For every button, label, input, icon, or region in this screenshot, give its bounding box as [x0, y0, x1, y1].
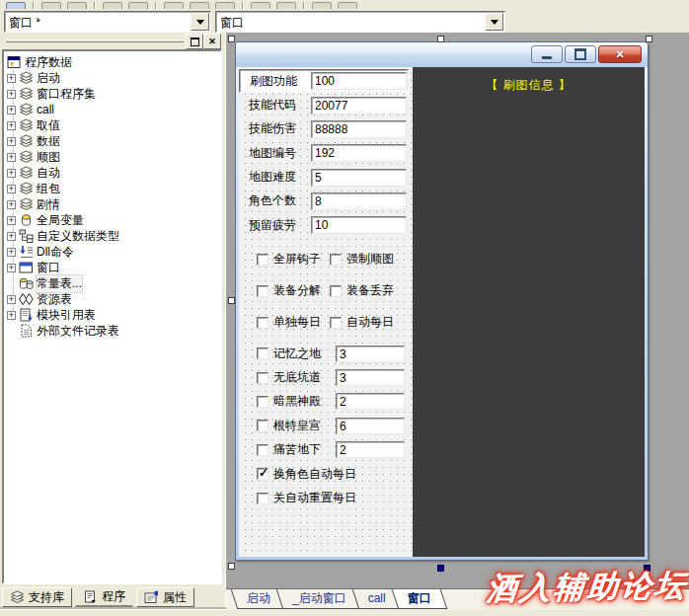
combo-dropdown-button[interactable]: [191, 13, 209, 31]
panel-tab[interactable]: 属性: [136, 587, 194, 607]
field-input[interactable]: 10: [311, 216, 407, 234]
expand-icon[interactable]: +: [7, 106, 16, 115]
checkbox[interactable]: [257, 396, 268, 408]
close-button[interactable]: ✕: [598, 45, 642, 63]
checkbox[interactable]: [257, 493, 268, 504]
tree-item[interactable]: + 全局变量: [6, 212, 220, 228]
panel-close-button[interactable]: ✕: [203, 34, 221, 49]
module-icon: [19, 87, 34, 101]
editor-tab[interactable]: 窗口: [395, 589, 444, 609]
dungeon-count-input[interactable]: 6: [336, 418, 405, 434]
tree-item[interactable]: + 组包: [6, 181, 220, 196]
expand-icon[interactable]: +: [7, 121, 16, 130]
expand-icon[interactable]: +: [7, 153, 16, 162]
dungeon-count-input[interactable]: 2: [336, 393, 405, 410]
field-input[interactable]: 20077: [311, 97, 407, 115]
expand-icon[interactable]: +: [7, 200, 16, 209]
panel-tab[interactable]: 支持库: [2, 587, 72, 607]
module-ref-icon: [19, 308, 34, 322]
resize-handle-top-left[interactable]: [228, 36, 235, 42]
field-input[interactable]: 192: [311, 144, 407, 162]
expand-icon[interactable]: +: [7, 137, 16, 146]
tree-item[interactable]: + 模块引用表: [6, 307, 220, 323]
object-selector-combo[interactable]: 窗口: [215, 11, 505, 33]
expand-icon[interactable]: +: [7, 311, 16, 320]
expand-icon[interactable]: +: [7, 232, 16, 241]
panel-tab[interactable]: 程序: [75, 587, 133, 607]
expand-icon[interactable]: +: [7, 185, 16, 193]
dungeon-count-input[interactable]: 2: [336, 441, 405, 458]
toolbar-separator: [242, 2, 244, 9]
resize-handle-bottom-right[interactable]: [644, 565, 651, 572]
dungeon-count-input[interactable]: 3: [336, 369, 405, 386]
field-input[interactable]: 8: [311, 192, 407, 210]
field-input[interactable]: 100: [311, 72, 407, 90]
checkbox-label: 换角色自动每日: [273, 466, 356, 483]
panel-float-button[interactable]: [186, 34, 203, 49]
field-input[interactable]: 88888: [311, 120, 407, 138]
field-value: 20077: [315, 99, 347, 113]
minimize-button[interactable]: [531, 45, 563, 63]
tree-item-label: 全局变量: [37, 212, 84, 229]
resize-handle-mid-left[interactable]: [228, 297, 235, 304]
resize-handle-top-right[interactable]: [646, 36, 652, 42]
checkbox[interactable]: [330, 317, 342, 329]
panel-gripper[interactable]: [6, 39, 184, 42]
tree-item[interactable]: 常量表...: [6, 275, 220, 291]
checkbox[interactable]: [330, 254, 342, 266]
expand-icon[interactable]: +: [7, 248, 16, 257]
field-rows: 自动模式 自动刷图 刷图功能 技能全屏: [239, 67, 413, 237]
support-lib-icon: [10, 590, 25, 604]
resize-handle-bottom-center[interactable]: [437, 565, 444, 572]
tree-item[interactable]: + 取值: [6, 117, 220, 133]
expand-icon[interactable]: +: [7, 169, 16, 178]
checkbox[interactable]: [257, 468, 268, 480]
svg-text:e: e: [11, 59, 15, 68]
maximize-button[interactable]: [565, 45, 596, 63]
field-label: 技能伤害: [249, 120, 311, 137]
checkbox[interactable]: [257, 254, 268, 266]
tree-item-label: 外部文件记录表: [37, 323, 119, 340]
tree-item[interactable]: + Dll命令: [6, 244, 220, 260]
expand-icon[interactable]: +: [7, 295, 16, 304]
resize-handle-top-center[interactable]: [437, 36, 444, 42]
tree-item[interactable]: + 启动: [6, 70, 220, 86]
field-label: 预留疲劳: [249, 217, 311, 234]
checkbox[interactable]: [257, 317, 268, 329]
window-selector-combo[interactable]: 窗口 *: [4, 11, 211, 33]
field-input[interactable]: 5: [311, 169, 407, 187]
tree-item[interactable]: + 自动: [6, 165, 220, 181]
editor-tab[interactable]: _启动窗口: [279, 589, 359, 609]
dungeon-count-input[interactable]: 3: [336, 346, 405, 362]
tree-item[interactable]: + 剧情: [6, 196, 220, 212]
tree-item[interactable]: 外部文件记录表: [6, 323, 220, 339]
tree-item-label: 组包: [37, 181, 60, 197]
tree-root[interactable]: e 程序数据: [6, 54, 220, 70]
editor-tab[interactable]: 启动: [234, 589, 283, 609]
design-surface[interactable]: 自动模式 自动刷图 刷图功能 技能全屏: [239, 67, 413, 557]
checkbox[interactable]: [330, 285, 342, 297]
object-selector-value: 窗口: [220, 15, 244, 32]
close-icon: ✕: [615, 48, 624, 61]
checkbox[interactable]: [257, 444, 268, 456]
expand-icon[interactable]: +: [7, 264, 16, 272]
checkbox[interactable]: [257, 347, 268, 359]
checkbox[interactable]: [257, 420, 268, 431]
checkbox[interactable]: [257, 285, 268, 297]
tree-item[interactable]: + 自定义数据类型: [6, 228, 220, 244]
combo-dropdown-button[interactable]: [485, 13, 503, 31]
expand-icon[interactable]: +: [7, 216, 16, 225]
expand-icon[interactable]: +: [7, 90, 16, 99]
designed-form[interactable]: ✕ 自动模式 自动刷图: [235, 41, 649, 561]
tree-item[interactable]: + call: [6, 102, 220, 117]
tree-item[interactable]: + 数据: [6, 133, 220, 149]
checkbox[interactable]: [257, 372, 268, 384]
tree-item[interactable]: + 顺图: [6, 149, 220, 165]
tree-item[interactable]: + 资源表: [6, 291, 220, 307]
tree-item[interactable]: + 窗口程序集: [6, 86, 220, 102]
form-titlebar[interactable]: ✕: [236, 42, 648, 67]
field-label: 角色个数: [249, 192, 311, 209]
expand-icon[interactable]: +: [7, 74, 16, 83]
resize-handle-bottom-left[interactable]: [228, 563, 235, 570]
tree-item[interactable]: + 窗口: [6, 260, 220, 275]
